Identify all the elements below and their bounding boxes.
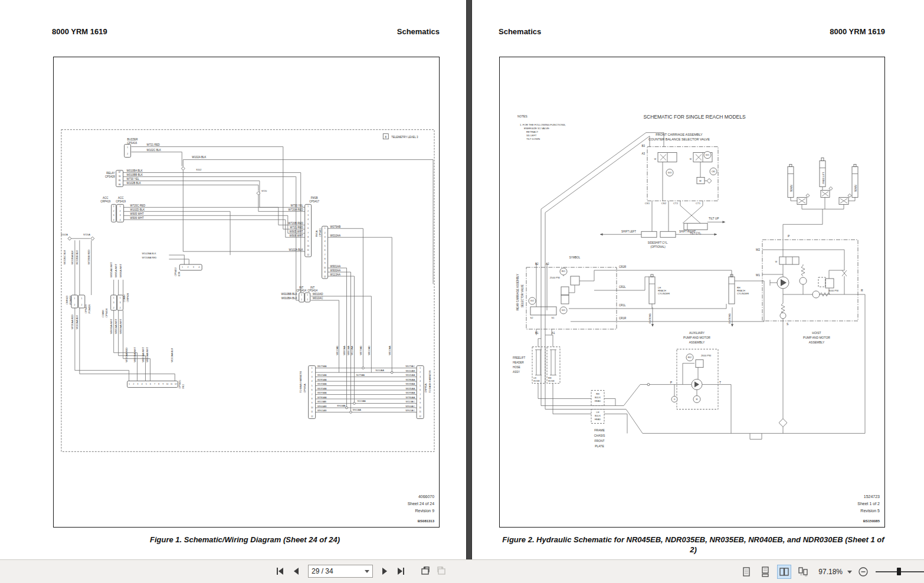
page-left: 8000 YRM 1619 Schematics 128730858612341… xyxy=(0,0,466,559)
svg-text:11: 11 xyxy=(324,271,326,273)
svg-text:R: R xyxy=(861,289,863,292)
svg-text:SV1: SV1 xyxy=(706,154,710,156)
svg-text:ENERGIZE S1 VALVE:: ENERGIZE S1 VALVE: xyxy=(524,127,550,130)
svg-text:6: 6 xyxy=(312,389,313,391)
figure2-caption-line2: 2) xyxy=(484,545,903,555)
svg-text:8: 8 xyxy=(312,398,313,400)
svg-text:SV3: SV3 xyxy=(668,172,672,174)
svg-text:T: T xyxy=(719,381,721,384)
svg-text:M: M xyxy=(699,179,701,182)
svg-text:W720C RED: W720C RED xyxy=(130,204,146,207)
page-number-input[interactable]: 29 / 34 xyxy=(308,565,373,578)
svg-text:FREE LIFT: FREE LIFT xyxy=(822,172,825,184)
svg-text:CR1L: CR1L xyxy=(619,304,626,307)
figure2-caption-line1: Figure 2. Hydraulic Schematic for NR045E… xyxy=(484,535,903,545)
svg-text:5: 5 xyxy=(146,383,147,385)
page-dropdown-caret-icon[interactable] xyxy=(365,570,369,573)
svg-text:A3: A3 xyxy=(642,152,646,155)
svg-text:SHIFT RIGHT: SHIFT RIGHT xyxy=(679,230,696,233)
svg-text:W: W xyxy=(775,261,778,263)
svg-text:B1: B1 xyxy=(535,332,539,335)
zoom-dropdown-caret-icon[interactable] xyxy=(847,571,852,574)
svg-text:HEAD: HEAD xyxy=(595,400,601,402)
continuous-view-icon xyxy=(760,566,771,577)
svg-text:RV2: RV2 xyxy=(688,356,692,359)
document-pages: 8000 YRM 1619 Schematics 128730858612341… xyxy=(0,0,924,559)
svg-text:S113AA: S113AA xyxy=(357,399,366,402)
svg-text:W906 WHT: W906 WHT xyxy=(290,234,303,237)
svg-text:1: 1 xyxy=(420,367,421,369)
svg-text:11: 11 xyxy=(171,383,173,385)
previous-view-button[interactable] xyxy=(419,565,432,578)
svg-text:W721 RED: W721 RED xyxy=(290,226,303,229)
svg-text:12: 12 xyxy=(175,383,177,385)
svg-text:S079AA: S079AA xyxy=(356,374,365,376)
svg-text:9: 9 xyxy=(325,262,326,264)
svg-text:W: W xyxy=(654,158,657,161)
svg-text:CT2: CT2 xyxy=(673,202,679,205)
page-left-header: 8000 YRM 1619 Schematics xyxy=(52,27,440,36)
previous-page-button[interactable] xyxy=(290,565,303,578)
svg-text:1: 1 xyxy=(127,146,128,149)
svg-text:5: 5 xyxy=(325,245,326,247)
figure2-diagram: SV1SV3CB1RV1SV2SV1RV2GMNOTES:1. FOR THE … xyxy=(499,57,885,528)
svg-text:S720: S720 xyxy=(261,189,267,192)
svg-text:ASSEMBLY: ASSEMBLY xyxy=(689,340,705,344)
svg-text:W906AA WHT: W906AA WHT xyxy=(119,319,122,334)
svg-text:S102: S102 xyxy=(196,168,201,171)
svg-text:W102A BLK: W102A BLK xyxy=(289,248,303,251)
first-page-button[interactable] xyxy=(274,565,287,578)
svg-text:FRONT: FRONT xyxy=(594,439,604,443)
svg-text:CPS417: CPS417 xyxy=(309,200,319,203)
next-page-button[interactable] xyxy=(378,565,391,578)
zoom-slider-handle[interactable] xyxy=(897,568,901,575)
single-page-view-button[interactable] xyxy=(739,565,753,579)
svg-text:8: 8 xyxy=(385,136,387,139)
zoom-slider[interactable] xyxy=(876,567,924,577)
svg-text:CPS421: CPS421 xyxy=(178,379,181,389)
svg-text:CYLINDER: CYLINDER xyxy=(737,292,749,295)
svg-text:FREELIFT: FREELIFT xyxy=(513,356,525,359)
svg-text:W102B BLK: W102B BLK xyxy=(127,182,141,185)
svg-text:1524723: 1524723 xyxy=(864,494,880,499)
svg-text:2: 2 xyxy=(133,383,134,385)
svg-text:M2: M2 xyxy=(756,248,760,251)
svg-text:4: 4 xyxy=(142,383,143,385)
page-left-header-section: Schematics xyxy=(397,27,440,36)
svg-text:M: M xyxy=(696,398,698,401)
figure1-diagram: 1287308586123412341234567891011121234567… xyxy=(53,57,440,528)
svg-text:CRP424: CRP424 xyxy=(126,293,129,302)
page-number-value: 29 / 34 xyxy=(312,567,365,575)
svg-text:3: 3 xyxy=(120,302,121,304)
last-page-button[interactable] xyxy=(394,565,407,578)
svg-text:COMM: COMM xyxy=(101,310,104,317)
two-page-view-button[interactable] xyxy=(777,565,791,579)
figure1-schematic-svg: 1287308586123412341234567891011121234567… xyxy=(54,57,439,527)
svg-text:CR2L: CR2L xyxy=(619,286,626,289)
continuous-view-button[interactable] xyxy=(758,565,772,579)
svg-text:SV2: SV2 xyxy=(530,300,535,302)
svg-text:1: 1 xyxy=(113,205,114,208)
svg-text:B3: B3 xyxy=(642,145,646,148)
svg-text:1: 1 xyxy=(307,205,309,208)
svg-text:W035AA: W035AA xyxy=(405,387,415,390)
svg-text:W720BA RED: W720BA RED xyxy=(142,256,157,259)
svg-text:W900AB: W900AB xyxy=(317,405,327,408)
svg-text:10: 10 xyxy=(311,407,313,409)
next-view-button[interactable] xyxy=(435,565,448,578)
svg-text:S2: S2 xyxy=(530,316,534,319)
svg-text:3: 3 xyxy=(420,376,421,378)
svg-text:CT1: CT1 xyxy=(696,202,701,205)
svg-text:2: 2 xyxy=(81,304,82,306)
svg-text:W900AA: W900AA xyxy=(330,269,341,272)
zoom-out-button[interactable] xyxy=(857,565,870,578)
two-page-continuous-view-button[interactable] xyxy=(796,565,810,579)
figure2-caption: Figure 2. Hydraulic Schematic for NR045E… xyxy=(484,535,903,555)
svg-text:2: 2 xyxy=(120,210,121,212)
svg-text:REAR CARRIAGE ASSEMBLY: REAR CARRIAGE ASSEMBLY xyxy=(516,274,519,310)
svg-text:2: 2 xyxy=(312,371,313,374)
svg-text:CPS428: CPS428 xyxy=(105,175,115,178)
single-page-view-icon xyxy=(741,566,752,577)
svg-text:W035AA: W035AA xyxy=(317,387,327,390)
svg-text:W102BA BLK: W102BA BLK xyxy=(71,250,74,264)
